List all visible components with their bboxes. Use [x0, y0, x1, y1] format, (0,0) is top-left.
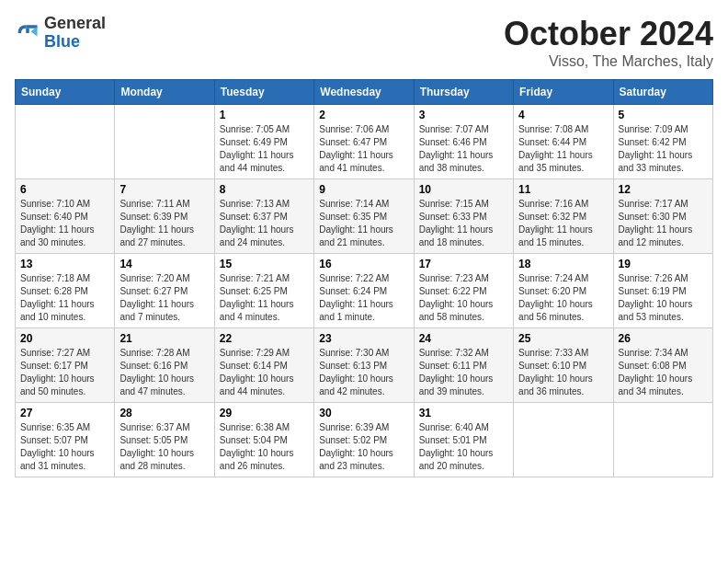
day-number: 12: [619, 183, 708, 196]
calendar-cell: 1Sunrise: 7:05 AM Sunset: 6:49 PM Daylig…: [214, 105, 313, 179]
day-number: 7: [119, 183, 209, 196]
day-info: Sunrise: 7:28 AM Sunset: 6:16 PM Dayligh…: [119, 347, 209, 398]
day-info: Sunrise: 6:39 AM Sunset: 5:02 PM Dayligh…: [319, 421, 408, 473]
calendar-cell: 24Sunrise: 7:32 AM Sunset: 6:11 PM Dayli…: [414, 328, 513, 403]
calendar-cell: 18Sunrise: 7:24 AM Sunset: 6:20 PM Dayli…: [514, 254, 613, 328]
calendar-cell: 11Sunrise: 7:16 AM Sunset: 6:32 PM Dayli…: [514, 179, 613, 254]
day-info: Sunrise: 7:27 AM Sunset: 6:17 PM Dayligh…: [20, 347, 109, 398]
day-number: 25: [518, 332, 608, 345]
calendar-header-saturday: Saturday: [613, 80, 712, 105]
calendar-header-wednesday: Wednesday: [314, 80, 414, 105]
calendar-cell: 7Sunrise: 7:11 AM Sunset: 6:39 PM Daylig…: [115, 179, 214, 254]
day-number: 16: [319, 258, 408, 270]
day-info: Sunrise: 6:38 AM Sunset: 5:04 PM Dayligh…: [220, 421, 309, 473]
month-title: October 2024: [504, 15, 713, 53]
day-info: Sunrise: 7:09 AM Sunset: 6:42 PM Dayligh…: [619, 123, 708, 175]
calendar-cell: [613, 403, 712, 477]
day-info: Sunrise: 6:37 AM Sunset: 5:05 PM Dayligh…: [119, 421, 209, 473]
calendar-header-row: SundayMondayTuesdayWednesdayThursdayFrid…: [16, 80, 713, 105]
day-info: Sunrise: 7:07 AM Sunset: 6:46 PM Dayligh…: [419, 123, 508, 175]
calendar-cell: 22Sunrise: 7:29 AM Sunset: 6:14 PM Dayli…: [214, 328, 313, 403]
day-info: Sunrise: 7:15 AM Sunset: 6:33 PM Dayligh…: [419, 198, 508, 249]
logo-icon: [15, 20, 40, 46]
day-number: 2: [319, 109, 408, 121]
calendar-cell: 10Sunrise: 7:15 AM Sunset: 6:33 PM Dayli…: [414, 179, 513, 254]
calendar-cell: 23Sunrise: 7:30 AM Sunset: 6:13 PM Dayli…: [314, 328, 414, 403]
calendar-week-4: 20Sunrise: 7:27 AM Sunset: 6:17 PM Dayli…: [16, 328, 713, 403]
day-info: Sunrise: 7:20 AM Sunset: 6:27 PM Dayligh…: [119, 272, 209, 324]
calendar-cell: 9Sunrise: 7:14 AM Sunset: 6:35 PM Daylig…: [314, 179, 414, 254]
day-number: 27: [20, 407, 109, 419]
day-info: Sunrise: 7:05 AM Sunset: 6:49 PM Dayligh…: [220, 123, 309, 175]
calendar-cell: 3Sunrise: 7:07 AM Sunset: 6:46 PM Daylig…: [414, 105, 513, 179]
calendar-cell: 2Sunrise: 7:06 AM Sunset: 6:47 PM Daylig…: [314, 105, 414, 179]
day-number: 17: [419, 258, 508, 270]
calendar-cell: 27Sunrise: 6:35 AM Sunset: 5:07 PM Dayli…: [16, 403, 115, 477]
day-number: 4: [518, 109, 608, 121]
day-info: Sunrise: 6:35 AM Sunset: 5:07 PM Dayligh…: [20, 421, 109, 473]
calendar-header-thursday: Thursday: [414, 80, 513, 105]
calendar-cell: 28Sunrise: 6:37 AM Sunset: 5:05 PM Dayli…: [115, 403, 214, 477]
calendar-cell: 14Sunrise: 7:20 AM Sunset: 6:27 PM Dayli…: [115, 254, 214, 328]
day-number: 26: [619, 332, 708, 345]
day-info: Sunrise: 6:40 AM Sunset: 5:01 PM Dayligh…: [419, 421, 508, 473]
calendar-cell: 12Sunrise: 7:17 AM Sunset: 6:30 PM Dayli…: [613, 179, 712, 254]
day-number: 10: [419, 183, 508, 196]
calendar-cell: 13Sunrise: 7:18 AM Sunset: 6:28 PM Dayli…: [16, 254, 115, 328]
calendar-header-sunday: Sunday: [16, 80, 115, 105]
calendar-week-1: 1Sunrise: 7:05 AM Sunset: 6:49 PM Daylig…: [16, 105, 713, 179]
calendar-cell: 29Sunrise: 6:38 AM Sunset: 5:04 PM Dayli…: [214, 403, 313, 477]
day-info: Sunrise: 7:10 AM Sunset: 6:40 PM Dayligh…: [20, 198, 109, 249]
logo-text: General Blue: [44, 15, 106, 52]
day-number: 8: [220, 183, 309, 196]
calendar-cell: 8Sunrise: 7:13 AM Sunset: 6:37 PM Daylig…: [214, 179, 313, 254]
day-number: 1: [220, 109, 309, 121]
day-info: Sunrise: 7:34 AM Sunset: 6:08 PM Dayligh…: [619, 347, 708, 398]
calendar-cell: 4Sunrise: 7:08 AM Sunset: 6:44 PM Daylig…: [514, 105, 613, 179]
day-number: 5: [619, 109, 708, 121]
day-number: 28: [119, 407, 209, 419]
calendar-cell: 25Sunrise: 7:33 AM Sunset: 6:10 PM Dayli…: [514, 328, 613, 403]
day-number: 14: [119, 258, 209, 270]
logo-blue: Blue: [44, 33, 106, 52]
header: General Blue October 2024 Visso, The Mar…: [15, 15, 713, 70]
day-number: 9: [319, 183, 408, 196]
calendar-cell: 16Sunrise: 7:22 AM Sunset: 6:24 PM Dayli…: [314, 254, 414, 328]
day-number: 30: [319, 407, 408, 419]
calendar: SundayMondayTuesdayWednesdayThursdayFrid…: [15, 79, 713, 477]
calendar-cell: 26Sunrise: 7:34 AM Sunset: 6:08 PM Dayli…: [613, 328, 712, 403]
location-title: Visso, The Marches, Italy: [504, 53, 713, 70]
day-number: 6: [20, 183, 109, 196]
day-info: Sunrise: 7:17 AM Sunset: 6:30 PM Dayligh…: [619, 198, 708, 249]
calendar-week-5: 27Sunrise: 6:35 AM Sunset: 5:07 PM Dayli…: [16, 403, 713, 477]
day-number: 22: [220, 332, 309, 345]
day-info: Sunrise: 7:16 AM Sunset: 6:32 PM Dayligh…: [518, 198, 608, 249]
logo: General Blue: [15, 15, 106, 52]
day-info: Sunrise: 7:06 AM Sunset: 6:47 PM Dayligh…: [319, 123, 408, 175]
day-info: Sunrise: 7:13 AM Sunset: 6:37 PM Dayligh…: [220, 198, 309, 249]
day-info: Sunrise: 7:24 AM Sunset: 6:20 PM Dayligh…: [518, 272, 608, 324]
day-info: Sunrise: 7:29 AM Sunset: 6:14 PM Dayligh…: [220, 347, 309, 398]
day-info: Sunrise: 7:21 AM Sunset: 6:25 PM Dayligh…: [220, 272, 309, 324]
day-info: Sunrise: 7:08 AM Sunset: 6:44 PM Dayligh…: [518, 123, 608, 175]
day-info: Sunrise: 7:30 AM Sunset: 6:13 PM Dayligh…: [319, 347, 408, 398]
day-info: Sunrise: 7:23 AM Sunset: 6:22 PM Dayligh…: [419, 272, 508, 324]
day-number: 18: [518, 258, 608, 270]
calendar-header-friday: Friday: [514, 80, 613, 105]
logo-general: General: [44, 15, 106, 33]
day-number: 23: [319, 332, 408, 345]
calendar-cell: 20Sunrise: 7:27 AM Sunset: 6:17 PM Dayli…: [16, 328, 115, 403]
day-number: 19: [619, 258, 708, 270]
calendar-cell: 30Sunrise: 6:39 AM Sunset: 5:02 PM Dayli…: [314, 403, 414, 477]
calendar-cell: 21Sunrise: 7:28 AM Sunset: 6:16 PM Dayli…: [115, 328, 214, 403]
calendar-cell: 6Sunrise: 7:10 AM Sunset: 6:40 PM Daylig…: [16, 179, 115, 254]
day-info: Sunrise: 7:26 AM Sunset: 6:19 PM Dayligh…: [619, 272, 708, 324]
calendar-cell: 19Sunrise: 7:26 AM Sunset: 6:19 PM Dayli…: [613, 254, 712, 328]
day-number: 29: [220, 407, 309, 419]
day-number: 24: [419, 332, 508, 345]
day-number: 3: [419, 109, 508, 121]
day-number: 15: [220, 258, 309, 270]
title-area: October 2024 Visso, The Marches, Italy: [504, 15, 713, 70]
calendar-week-3: 13Sunrise: 7:18 AM Sunset: 6:28 PM Dayli…: [16, 254, 713, 328]
day-info: Sunrise: 7:11 AM Sunset: 6:39 PM Dayligh…: [119, 198, 209, 249]
